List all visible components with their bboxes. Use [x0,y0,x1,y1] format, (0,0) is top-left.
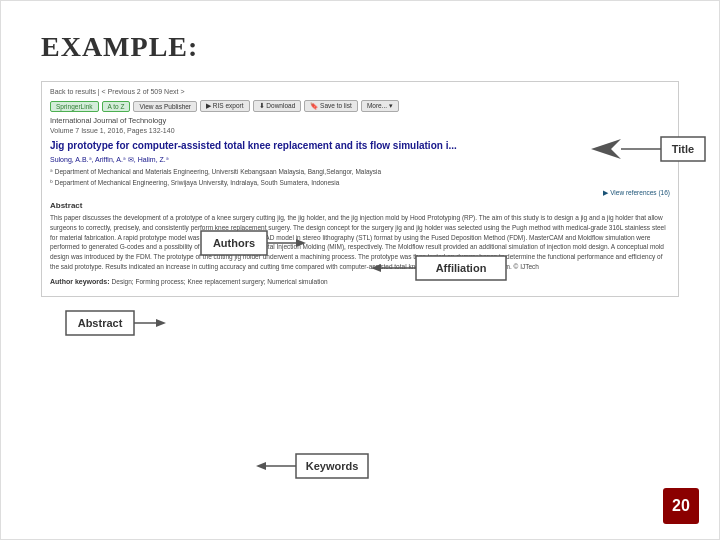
ris-export-btn[interactable]: ▶ RIS export [200,100,250,112]
browser-buttons: SpringerLink A to Z View as Publisher ▶ … [50,100,670,112]
keywords-heading: Author keywords: [50,278,110,285]
atoz-btn[interactable]: A to Z [102,101,131,112]
abstract-label-text: Abstract [78,317,123,329]
affiliation-b: ᵇ Department of Mechanical Engineering, … [50,178,670,187]
keywords-label-box [296,454,368,478]
keywords-section: Author keywords: Design; Forming process… [50,277,670,286]
save-to-list-btn[interactable]: 🔖 Save to list [304,100,358,112]
affiliation-a: ᵃ Department of Mechanical and Materials… [50,167,670,176]
abstract-section: Abstract This paper discusses the develo… [50,201,670,272]
slide-title: Example: [41,31,679,63]
keywords-text: Design; Forming process; Knee replacemen… [112,278,328,285]
view-publisher-btn[interactable]: View as Publisher [133,101,197,112]
article-title: Jig prototype for computer-assisted tota… [50,139,670,152]
abstract-text: This paper discusses the development of … [50,213,670,272]
nav-text: Back to results | < Previous 2 of 509 Ne… [50,88,185,95]
springerlink-btn[interactable]: SpringerLink [50,101,99,112]
view-references[interactable]: ▶ View references (16) [50,189,670,197]
download-btn[interactable]: ⬇ Download [253,100,302,112]
browser-area: Back to results | < Previous 2 of 509 Ne… [41,81,679,297]
browser-topbar: Back to results | < Previous 2 of 509 Ne… [50,88,670,95]
page-number-badge: 20 [663,488,699,524]
authors-line: Sulong, A.B.ᵃ, Ariffin, A.ᵃ ✉, Halim, Z.… [50,156,670,164]
abstract-label-box [66,311,134,335]
more-btn[interactable]: More... ▾ [361,100,399,112]
keywords-arrowhead [256,462,266,470]
abstract-heading: Abstract [50,201,670,210]
slide: Example: Back to results | < Previous 2 … [0,0,720,540]
journal-issue: Volume 7 Issue 1, 2016, Pages 132-140 [50,127,670,134]
journal-name: International Journal of Technology [50,116,670,125]
abstract-arrowhead [156,319,166,327]
keywords-label-text: Keywords [306,460,359,472]
